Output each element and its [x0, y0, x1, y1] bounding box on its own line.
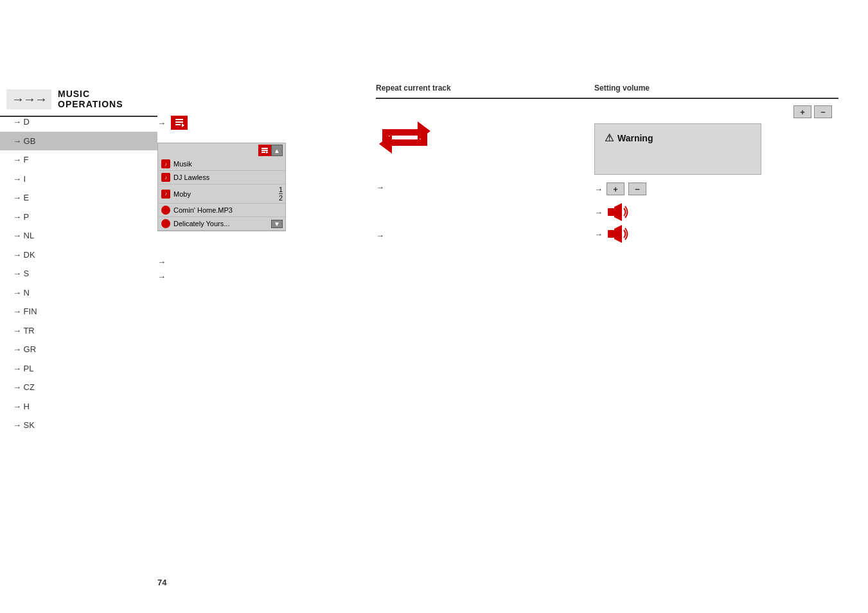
bottom-nav-rows: → →	[157, 257, 376, 281]
nav-row-top: →	[157, 116, 376, 130]
speaker-icon-2	[608, 225, 628, 243]
music-panel-header: ▲	[158, 143, 285, 157]
cd-icon-inner-1	[161, 206, 170, 215]
volume-minus-button[interactable]: −	[814, 105, 832, 118]
volume-minus-button-2[interactable]: −	[628, 182, 646, 195]
music-list-panel: ▲ ♪ Musik ♪ DJ Lawless ♪ Moby	[157, 143, 286, 231]
volume-mid-row: → + −	[594, 182, 838, 195]
volume-plus-button-2[interactable]: +	[607, 182, 624, 195]
svg-rect-5	[261, 150, 268, 151]
left-arrow-1: →	[157, 118, 166, 128]
right-arrow-1: →	[594, 184, 603, 194]
svg-marker-3	[182, 123, 184, 127]
nav-row-bottom-1: →	[157, 257, 376, 267]
sidebar-item[interactable]: → CZ	[0, 378, 157, 397]
sidebar-item[interactable]: → P	[0, 208, 157, 227]
music-item-name-2: DJ Lawless	[173, 173, 209, 181]
cd-icon-1	[161, 205, 171, 215]
speaker-row-2: →	[594, 225, 838, 243]
sidebar-item[interactable]: → TR	[0, 321, 157, 341]
svg-rect-2	[175, 124, 181, 125]
col-right: Setting volume + − ⚠ Warning → + − →	[594, 77, 838, 243]
col-left: →	[157, 116, 376, 287]
volume-plus-button[interactable]: +	[793, 105, 811, 118]
center-col-header: Repeat current track	[376, 77, 594, 98]
sidebar-item[interactable]: → DK	[0, 245, 157, 265]
page-title: MUSIC OPERATIONS	[58, 89, 151, 109]
sidebar-item[interactable]: → H	[0, 397, 157, 416]
sidebar-item[interactable]: → S	[0, 264, 157, 283]
sidebar-item[interactable]: → I	[0, 170, 157, 189]
music-item-name-5: Delicately Yours...	[173, 220, 229, 227]
sidebar-item[interactable]: → GR	[0, 340, 157, 359]
right-arrow-2: →	[594, 208, 603, 217]
playlist-svg	[174, 118, 184, 127]
note-icon-3: ♪	[161, 189, 171, 199]
music-note-3: ♪	[161, 190, 170, 199]
svg-marker-11	[614, 225, 622, 243]
sidebar-item[interactable]: → GB	[0, 132, 157, 151]
nav-list: → D→ GB→ F→ I→ E→ P→ NL→ DK→ S→ N→ FIN→ …	[0, 112, 157, 435]
center-arrow-2: →	[376, 231, 384, 240]
repeat-icon-svg	[379, 115, 430, 160]
sidebar-item[interactable]: → FIN	[0, 302, 157, 321]
svg-rect-4	[261, 148, 268, 149]
sidebar-item[interactable]: → D	[0, 112, 157, 132]
sidebar-item[interactable]: → NL	[0, 226, 157, 245]
playlist-header-svg	[261, 147, 269, 154]
warning-triangle-icon: ⚠	[605, 132, 614, 144]
list-item[interactable]: ♪ Musik	[158, 157, 285, 171]
sidebar-item[interactable]: → N	[0, 283, 157, 303]
music-note-2: ♪	[161, 173, 170, 182]
warning-label: Warning	[617, 133, 653, 143]
warning-title: ⚠ Warning	[605, 132, 751, 144]
list-item[interactable]: Comin' Home.MP3	[158, 204, 285, 217]
left-arrow-3: →	[157, 272, 166, 281]
svg-marker-7	[266, 151, 269, 154]
note-icon-2: ♪	[161, 172, 171, 182]
sidebar-item[interactable]: → SK	[0, 416, 157, 435]
music-note-1: ♪	[161, 159, 170, 168]
svg-rect-6	[261, 152, 265, 153]
main-content: →	[157, 77, 868, 613]
music-item-name-1: Musik	[173, 160, 192, 168]
list-item[interactable]: Delicately Yours... ▼	[158, 217, 285, 231]
svg-rect-0	[175, 119, 183, 120]
playlist-icon[interactable]	[171, 116, 188, 130]
svg-rect-1	[175, 121, 183, 123]
speaker-rows: → →	[594, 203, 838, 243]
svg-rect-10	[608, 230, 614, 238]
cd-icon-inner-2	[161, 219, 170, 228]
logo: →→→	[6, 89, 51, 109]
col-center: Repeat current track → →	[376, 77, 594, 240]
speaker-icon-1	[608, 203, 628, 221]
center-divider	[376, 98, 594, 99]
music-item-name-3: Moby	[173, 190, 191, 198]
sidebar: →→→ MUSIC OPERATIONS → D→ GB→ F→ I→ E→ P…	[0, 0, 157, 613]
center-arrow-row: →	[376, 182, 594, 192]
note-icon: ♪	[161, 159, 171, 169]
center-arrow-1: →	[376, 182, 384, 192]
sidebar-item[interactable]: → PL	[0, 359, 157, 378]
page-number: 74	[157, 578, 166, 587]
right-arrow-3: →	[594, 229, 603, 239]
nav-row-bottom-2: →	[157, 272, 376, 281]
center-arrow-row-2: →	[376, 231, 594, 240]
sidebar-header: →→→ MUSIC OPERATIONS	[0, 77, 157, 117]
right-divider	[594, 98, 838, 99]
list-item[interactable]: ♪ DJ Lawless	[158, 171, 285, 184]
svg-marker-9	[614, 203, 622, 221]
scroll-down-button[interactable]: ▼	[271, 220, 283, 228]
music-item-name-4: Comin' Home.MP3	[173, 206, 233, 214]
sidebar-item[interactable]: → E	[0, 188, 157, 208]
svg-rect-8	[608, 208, 614, 216]
warning-box: ⚠ Warning	[594, 123, 761, 175]
cd-icon-2	[161, 218, 171, 229]
sidebar-item[interactable]: → F	[0, 150, 157, 170]
repeat-icon-container	[376, 112, 434, 163]
playlist-header-icon	[258, 145, 271, 156]
volume-controls-top: + −	[594, 105, 838, 118]
scroll-up-button[interactable]: ▲	[271, 145, 283, 156]
right-col-header: Setting volume	[594, 77, 838, 98]
list-item[interactable]: ♪ Moby 1 2	[158, 184, 285, 204]
